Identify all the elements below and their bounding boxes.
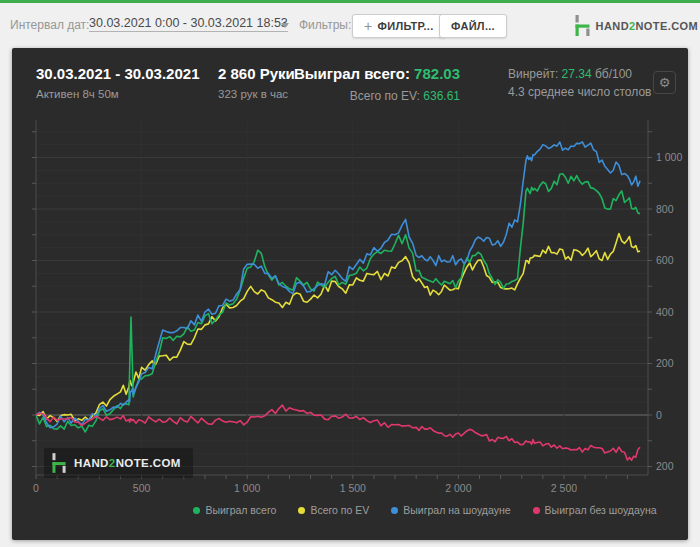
hands-block: 2 860 Руки 323 рук в час xyxy=(218,65,295,100)
legend-item-1[interactable]: Всего по EV xyxy=(298,504,369,516)
svg-text:0: 0 xyxy=(656,409,662,421)
legend-dot-icon xyxy=(298,507,305,514)
chart-watermark: HAND2NOTE.COM xyxy=(44,448,193,478)
series-line-1 xyxy=(36,233,640,421)
filters-label: Фильтры: xyxy=(299,18,351,32)
plus-icon: + xyxy=(364,19,372,33)
legend-dot-icon xyxy=(391,507,398,514)
svg-text:1 500: 1 500 xyxy=(340,482,366,494)
avg-tables-row: 4.3 среднее число столов xyxy=(508,85,651,99)
session-date-block: 30.03.2021 - 30.03.2021 Активен 8ч 50м xyxy=(36,65,199,100)
hand2note-watermark-text: HAND2NOTE.COM xyxy=(74,457,181,469)
ev-total-value: 636.61 xyxy=(423,89,460,103)
svg-text:200: 200 xyxy=(656,357,674,369)
settings-button[interactable]: ⚙ xyxy=(653,71,676,94)
legend-label: Выиграл на шоудауне xyxy=(403,504,510,516)
svg-text:600: 600 xyxy=(656,254,674,266)
winrate-row: Винрейт: 27.34 бб/100 xyxy=(508,67,651,81)
legend-label: Выиграл всего xyxy=(205,504,276,516)
date-interval-value[interactable]: 30.03.2021 0:00 - 30.03.2021 18:53 xyxy=(89,16,288,32)
svg-text:2 000: 2 000 xyxy=(445,482,471,494)
hand2note-logo[interactable]: HAND2NOTE.COM xyxy=(575,15,698,36)
won-total-row: Выиграл всего: 782.03 xyxy=(294,65,460,85)
add-filter-button[interactable]: +ФИЛЬТР... xyxy=(352,14,446,38)
chart-legend: Выиграл всегоВсего по EVВыиграл на шоуда… xyxy=(12,504,688,516)
series-line-0 xyxy=(36,174,640,432)
hand2note-logo-icon xyxy=(575,15,591,36)
svg-text:500: 500 xyxy=(133,482,151,494)
hand2note-logo-text: HAND2NOTE.COM xyxy=(596,20,698,32)
winnings-block: Выиграл всего: 782.03 Всего по EV: 636.6… xyxy=(294,65,460,103)
svg-text:200: 200 xyxy=(656,460,674,472)
won-total-value: 782.03 xyxy=(414,65,460,82)
svg-text:0: 0 xyxy=(33,482,39,494)
toolbar: Интервал дат: 30.03.2021 0:00 - 30.03.20… xyxy=(0,3,700,46)
ev-total-row: Всего по EV: 636.61 xyxy=(294,89,460,103)
legend-item-0[interactable]: Выиграл всего xyxy=(193,504,276,516)
svg-text:2 500: 2 500 xyxy=(551,482,577,494)
svg-text:1 000: 1 000 xyxy=(234,482,260,494)
legend-dot-icon xyxy=(533,507,540,514)
hand2note-watermark-icon xyxy=(52,453,67,473)
svg-text:1 000: 1 000 xyxy=(656,151,682,163)
series-line-2 xyxy=(36,142,640,428)
legend-item-3[interactable]: Выиграл без шоудауна xyxy=(533,504,657,516)
legend-label: Всего по EV xyxy=(310,504,369,516)
hands-total: 2 860 Руки xyxy=(218,65,295,85)
file-button[interactable]: ФАЙЛ... xyxy=(439,14,507,38)
winrate-block: Винрейт: 27.34 бб/100 4.3 среднее число … xyxy=(508,67,651,99)
winrate-value: 27.34 xyxy=(562,67,592,81)
svg-text:400: 400 xyxy=(656,306,674,318)
session-date-range: 30.03.2021 - 30.03.2021 xyxy=(36,65,199,85)
session-active-time: Активен 8ч 50м xyxy=(36,88,199,100)
legend-dot-icon xyxy=(193,507,200,514)
chevron-down-icon xyxy=(281,23,289,28)
legend-item-2[interactable]: Выиграл на шоудауне xyxy=(391,504,510,516)
date-interval-label: Интервал дат: xyxy=(10,18,89,32)
legend-label: Выиграл без шоудауна xyxy=(545,504,657,516)
session-stats-panel: 30.03.2021 - 30.03.2021 Активен 8ч 50м 2… xyxy=(12,48,688,540)
svg-text:800: 800 xyxy=(656,203,674,215)
gear-icon: ⚙ xyxy=(659,75,671,90)
hands-per-hour: 323 рук в час xyxy=(218,88,295,100)
